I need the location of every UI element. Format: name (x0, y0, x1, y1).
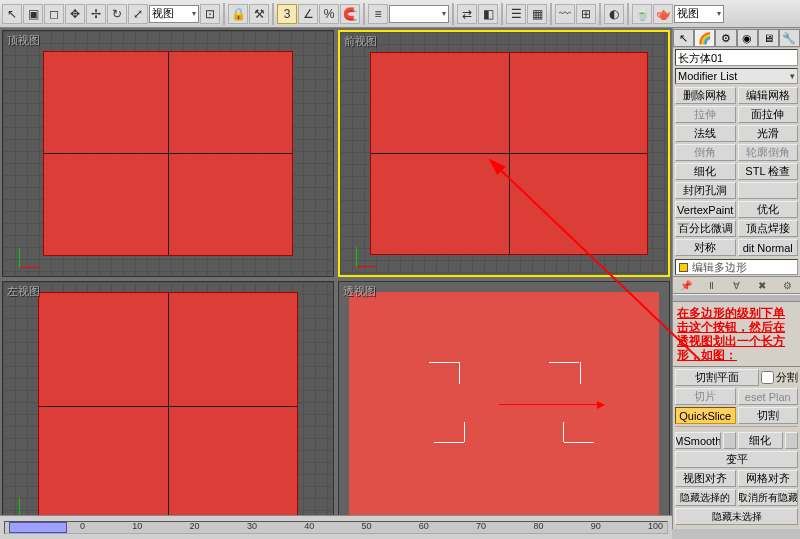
empty-button[interactable] (738, 182, 799, 199)
red-plane (43, 51, 293, 256)
tab-display[interactable]: 🖥 (758, 29, 779, 47)
smooth-button[interactable]: 光滑 (738, 125, 799, 142)
outline-bevel-button[interactable]: 轮廓倒角 (738, 144, 799, 161)
scene-explorer-icon[interactable]: ▦ (527, 4, 547, 24)
show-end-result-icon[interactable]: Ⅱ (703, 278, 719, 292)
select-lock-icon[interactable]: 🔒 (228, 4, 248, 24)
viewport-label: 顶视图 (7, 33, 40, 48)
angle-snap-icon[interactable]: ∠ (298, 4, 318, 24)
snap-toggle-icon[interactable]: 3 (277, 4, 297, 24)
tab-create[interactable]: ↖ (673, 29, 694, 47)
separator (627, 3, 629, 25)
face-extrude-button[interactable]: 面拉伸 (738, 106, 799, 123)
tab-motion[interactable]: ◉ (737, 29, 758, 47)
viewport-top[interactable]: 顶视图 (2, 30, 334, 277)
extrude-button[interactable]: 拉伸 (675, 106, 736, 123)
viewport-label: 左视图 (7, 284, 40, 299)
render-setup-icon[interactable]: 🍵 (632, 4, 652, 24)
tab-hierarchy[interactable]: ⚙ (715, 29, 736, 47)
cap-holes-button[interactable]: 封闭孔洞 (675, 182, 736, 199)
make-unique-icon[interactable]: ∀ (728, 278, 744, 292)
slice-button[interactable]: 切片 (675, 388, 736, 405)
axis-gizmo (346, 235, 380, 269)
percent-adjust-button[interactable]: 百分比微调 (675, 220, 736, 237)
separator (501, 3, 503, 25)
unhide-all-button[interactable]: 取消所有隐藏 (738, 489, 799, 506)
modifier-list-dropdown[interactable]: Modifier List (675, 68, 798, 84)
cursor-icon[interactable]: ↖ (2, 4, 22, 24)
tab-utilities[interactable]: 🔧 (779, 29, 800, 47)
tab-modify[interactable]: 🌈 (694, 29, 715, 47)
pivot-icon[interactable]: ⊡ (200, 4, 220, 24)
manipulate-icon[interactable]: ⚒ (249, 4, 269, 24)
curve-editor-icon[interactable]: 〰 (555, 4, 575, 24)
split-checkbox[interactable]: 分割 (761, 369, 798, 386)
align-icon[interactable]: ◧ (478, 4, 498, 24)
slice-edges (349, 292, 659, 517)
quickslice-button[interactable]: QuickSlice (675, 407, 736, 424)
hide-selected-button[interactable]: 隐藏选择的 (675, 489, 736, 506)
command-panel-tabs: ↖ 🌈 ⚙ ◉ 🖥 🔧 (673, 28, 800, 48)
symmetry-button[interactable]: 对称 (675, 239, 736, 256)
make-planar-button[interactable]: 变平 (675, 451, 798, 468)
delete-mesh-button[interactable]: 删除网格 (675, 87, 736, 104)
viewport-label: 透视图 (343, 284, 376, 299)
scale-icon[interactable]: ⤢ (128, 4, 148, 24)
main-toolbar: ↖ ▣ ◻ ✥ ✢ ↻ ⤢ 视图 ⊡ 🔒 ⚒ 3 ∠ % 🧲 ≡ ⇄ ◧ ☰ ▦… (0, 0, 800, 28)
separator (223, 3, 225, 25)
material-editor-icon[interactable]: ◐ (604, 4, 624, 24)
msmooth-settings-button[interactable] (723, 432, 736, 449)
render-icon[interactable]: 🫖 (653, 4, 673, 24)
select-region-icon[interactable]: ▣ (23, 4, 43, 24)
mirror-icon[interactable]: ⇄ (457, 4, 477, 24)
bevel-button[interactable]: 倒角 (675, 144, 736, 161)
viewport-label: 前视图 (344, 34, 377, 49)
remove-modifier-icon[interactable]: ✖ (754, 278, 770, 292)
layers-icon[interactable]: ☰ (506, 4, 526, 24)
viewport-left[interactable]: 左视图 (2, 281, 334, 528)
view-align-button[interactable]: 视图对齐 (675, 470, 736, 487)
viewport-front[interactable]: 前视图 (338, 30, 670, 277)
crosshair-icon[interactable]: ✥ (65, 4, 85, 24)
select-rect-icon[interactable]: ◻ (44, 4, 64, 24)
slice-plane-button[interactable]: 切割平面 (675, 369, 759, 386)
move-icon[interactable]: ✢ (86, 4, 106, 24)
msmooth-button[interactable]: MSmooth (675, 432, 721, 449)
edit-normal-button[interactable]: dit Normal (738, 239, 799, 256)
vertex-paint-button[interactable]: VertexPaint (675, 201, 736, 218)
separator (272, 3, 274, 25)
tessellate2-button[interactable]: 细化 (738, 432, 784, 449)
time-slider[interactable]: 010 2030 4050 6070 8090 100 (4, 521, 668, 534)
time-slider-handle[interactable] (9, 522, 67, 533)
tessellate-button[interactable]: 细化 (675, 163, 736, 180)
modifier-stack-item[interactable]: 编辑多边形 (675, 259, 798, 275)
stl-check-button[interactable]: STL 检查 (738, 163, 799, 180)
named-selection-dropdown[interactable] (389, 5, 449, 23)
schematic-view-icon[interactable]: ⊞ (576, 4, 596, 24)
normal-button[interactable]: 法线 (675, 125, 736, 142)
named-sel-icon[interactable]: ≡ (368, 4, 388, 24)
render-view-dropdown[interactable]: 视图 (674, 5, 724, 23)
hide-unselected-button[interactable]: 隐藏未选择 (675, 508, 798, 525)
reference-coord-dropdown[interactable]: 视图 (149, 5, 199, 23)
rotate-icon[interactable]: ↻ (107, 4, 127, 24)
grid-align-button[interactable]: 网格对齐 (738, 470, 799, 487)
optimize-button[interactable]: 优化 (738, 201, 799, 218)
vertex-weld-button[interactable]: 顶点焊接 (738, 220, 799, 237)
red-plane (370, 52, 648, 255)
object-name-field[interactable]: 长方体01 (675, 49, 798, 66)
axis-gizmo (9, 236, 43, 270)
spinner-snap-icon[interactable]: 🧲 (340, 4, 360, 24)
status-bar: 010 2030 4050 6070 8090 100 (0, 515, 672, 539)
pin-stack-icon[interactable]: 📌 (678, 278, 694, 292)
reset-plane-button[interactable]: eset Plan (738, 388, 799, 405)
edit-mesh-button[interactable]: 编辑网格 (738, 87, 799, 104)
tessellate-settings-button[interactable] (785, 432, 798, 449)
rollout-header[interactable] (673, 294, 800, 302)
viewport-perspective[interactable]: 透视图 (338, 281, 670, 528)
red-plane (38, 292, 298, 522)
cut-button[interactable]: 切割 (738, 407, 799, 424)
percent-snap-icon[interactable]: % (319, 4, 339, 24)
configure-icon[interactable]: ⚙ (779, 278, 795, 292)
separator (550, 3, 552, 25)
